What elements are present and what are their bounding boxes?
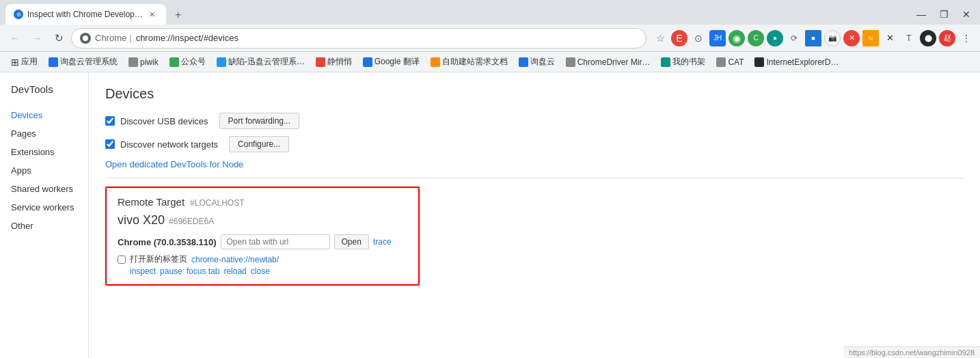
- network-option-row: Discover network targets Configure...: [105, 136, 964, 152]
- tab-url[interactable]: chrome-native://newtab/: [191, 255, 279, 264]
- devtools-ext9[interactable]: N: [862, 30, 879, 46]
- browser-chrome: ⚙ Inspect with Chrome Develop… ✕ + — ❐ ✕…: [0, 0, 980, 358]
- tab-favicon: ⚙: [14, 10, 23, 19]
- trace-link[interactable]: trace: [373, 237, 392, 247]
- bookmark-label: Google 翻译: [375, 56, 420, 68]
- devtools-ext1[interactable]: JH: [709, 30, 726, 46]
- new-tab-button[interactable]: +: [169, 5, 188, 25]
- address-bar[interactable]: Chrome | chrome://inspect/#devices: [71, 28, 646, 49]
- bookmark-label: 询盘云管理系统: [60, 56, 118, 68]
- devtools-ext10[interactable]: ✕: [882, 30, 898, 46]
- sidebar: DevTools Devices Pages Extensions Apps S…: [0, 72, 89, 358]
- status-bar: https://blog.csdn.net/wangzhimin0928: [843, 346, 980, 358]
- sidebar-item-devices[interactable]: Devices: [0, 106, 88, 124]
- sidebar-item-apps[interactable]: Apps: [0, 161, 88, 180]
- bookmark-bookshelf[interactable]: 我的书架: [657, 55, 709, 69]
- device-name-row: vivo X20 #696EDE6A: [118, 213, 407, 229]
- maximize-button[interactable]: ❐: [936, 8, 953, 21]
- address-brand: Chrome: [95, 33, 126, 43]
- browser-tab[interactable]: ⚙ Inspect with Chrome Develop… ✕: [5, 4, 166, 25]
- bookmark-piwik[interactable]: piwik: [124, 56, 163, 68]
- devtools-ext12[interactable]: ⬤: [920, 30, 936, 46]
- sidebar-item-other[interactable]: Other: [0, 217, 88, 235]
- back-button[interactable]: ←: [5, 29, 25, 48]
- bookmark-icon: [754, 57, 764, 67]
- forward-button[interactable]: →: [27, 29, 46, 48]
- bookmark-label: 询盘云: [530, 56, 555, 68]
- bookmarks-bar: ⊞ 应用 询盘云管理系统 piwik 公众号 缺陷-迅盘云管理系… 静悄悄 Go…: [0, 52, 980, 72]
- menu-button[interactable]: ⋮: [958, 30, 975, 46]
- usb-option-row: Discover USB devices Port forwarding...: [105, 113, 964, 129]
- bookmark-icon: [169, 57, 179, 67]
- configure-button[interactable]: Configure...: [229, 136, 289, 152]
- bookmark-chromedriver[interactable]: ChromeDriver Mir…: [562, 56, 655, 68]
- bookmark-icon: [566, 57, 575, 67]
- discover-network-checkbox[interactable]: [105, 139, 115, 149]
- history-button[interactable]: ⊙: [690, 30, 707, 46]
- open-tab-url-input[interactable]: [221, 234, 330, 249]
- bookmark-star-button[interactable]: ☆: [652, 30, 668, 46]
- close-link[interactable]: close: [251, 266, 270, 276]
- inspect-link[interactable]: inspect: [130, 266, 156, 276]
- svg-point-0: [83, 36, 88, 41]
- remote-target-id: #LOCALHOST: [190, 198, 244, 208]
- discover-usb-checkbox[interactable]: [105, 116, 115, 126]
- bookmark-icon: [716, 57, 726, 67]
- bookmark-xunpan2[interactable]: 缺陷-迅盘云管理系…: [213, 55, 309, 69]
- port-forwarding-button[interactable]: Port forwarding...: [219, 113, 299, 129]
- devtools-ext4[interactable]: ●: [767, 30, 783, 46]
- browser-label: Chrome (70.0.3538.110): [118, 237, 217, 247]
- address-url: chrome://inspect/#devices: [136, 33, 239, 43]
- reload-link[interactable]: reload: [223, 266, 246, 276]
- tab-checkbox[interactable]: [118, 256, 126, 264]
- bookmarks-apps[interactable]: ⊞ 应用: [7, 55, 42, 69]
- devtools-ext6[interactable]: ■: [805, 30, 821, 46]
- device-id: #696EDE6A: [169, 217, 214, 226]
- sidebar-item-service-workers[interactable]: Service workers: [0, 198, 88, 217]
- tab-bar: ⚙ Inspect with Chrome Develop… ✕ +: [5, 4, 907, 25]
- user-avatar[interactable]: 赵: [939, 30, 955, 46]
- tab-title: Inspect with Chrome Develop…: [27, 10, 143, 19]
- bookmark-ie[interactable]: InternetExplorerD…: [750, 56, 843, 68]
- address-icon: [80, 33, 91, 44]
- close-button[interactable]: ✕: [958, 8, 975, 21]
- tab-close-button[interactable]: ✕: [147, 9, 158, 20]
- bookmark-icon: [316, 57, 325, 67]
- reload-button[interactable]: ↻: [49, 29, 68, 48]
- title-bar: ⚙ Inspect with Chrome Develop… ✕ + — ❐ ✕: [0, 0, 980, 25]
- open-tab-button[interactable]: Open: [334, 234, 369, 249]
- devtools-ext2[interactable]: ◉: [729, 30, 745, 46]
- focus-tab-link[interactable]: focus tab: [187, 266, 220, 276]
- open-devtools-node-link[interactable]: Open dedicated DevTools for Node: [105, 159, 243, 169]
- devtools-ext8[interactable]: ✕: [843, 30, 860, 46]
- bookmark-music[interactable]: 静悄悄: [312, 55, 356, 69]
- extensions-button[interactable]: E: [671, 30, 688, 46]
- browser-row: Chrome (70.0.3538.110) Open trace: [118, 234, 407, 249]
- bookmark-label: 静悄悄: [327, 56, 352, 68]
- devtools-ext3[interactable]: C: [748, 30, 764, 46]
- devtools-ext11[interactable]: T: [901, 30, 917, 46]
- devtools-ext5[interactable]: ⟳: [786, 30, 802, 46]
- navigation-bar: ← → ↻ Chrome | chrome://inspect/#devices…: [0, 25, 980, 52]
- bookmark-doc[interactable]: 自助建站需求文档: [426, 55, 512, 69]
- bookmark-icon: [661, 57, 670, 67]
- bookmark-translate[interactable]: Google 翻译: [359, 55, 424, 69]
- bookmark-icon: [431, 57, 440, 67]
- minimize-button[interactable]: —: [912, 8, 930, 21]
- devtools-ext7[interactable]: 📷: [824, 30, 841, 46]
- bookmark-icon: [49, 57, 58, 67]
- bookmark-icon: [217, 57, 226, 67]
- bookmark-xunpan[interactable]: 询盘云管理系统: [44, 55, 122, 69]
- bookmark-xunpan3[interactable]: 询盘云: [515, 55, 559, 69]
- bookmark-cat[interactable]: CAT: [712, 56, 748, 68]
- sidebar-item-shared-workers[interactable]: Shared workers: [0, 180, 88, 198]
- sidebar-item-extensions[interactable]: Extensions: [0, 143, 88, 161]
- bookmark-wechat[interactable]: 公众号: [165, 55, 210, 69]
- bookmark-icon: [363, 57, 372, 67]
- bookmark-label: ChromeDriver Mir…: [577, 57, 651, 67]
- discover-network-label: Discover network targets: [120, 139, 218, 150]
- content-area: Devices Discover USB devices Port forwar…: [89, 72, 980, 358]
- pause-link[interactable]: pause: [160, 266, 182, 276]
- remote-target-box: Remote Target #LOCALHOST vivo X20 #696ED…: [105, 187, 420, 286]
- sidebar-item-pages[interactable]: Pages: [0, 124, 88, 143]
